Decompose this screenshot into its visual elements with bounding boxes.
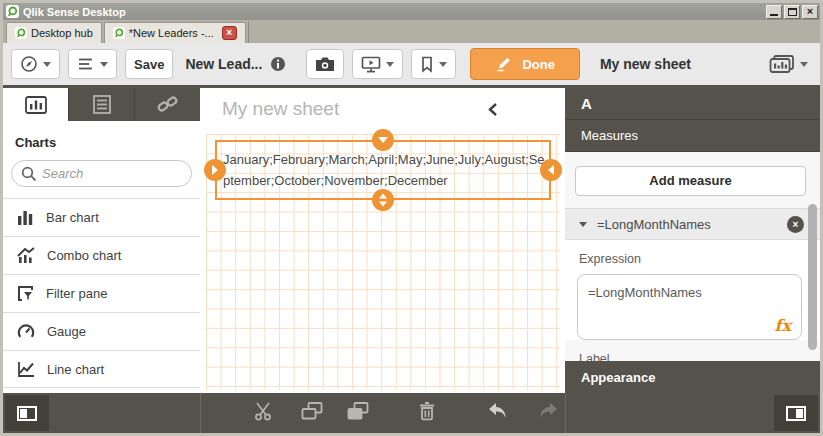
left-panel-icon [17,406,37,421]
navigation-menu-button[interactable] [11,49,60,79]
close-button[interactable]: × [802,5,818,19]
list-item-filter-pane[interactable]: Filter pane [3,274,200,312]
list-item-label: Filter pane [46,286,107,301]
chevron-down-icon[interactable] [579,222,587,227]
list-item-line-chart[interactable]: Line chart [3,350,200,388]
combo-chart-icon [17,247,35,264]
search-icon [21,166,37,182]
snapshot-camera-button[interactable] [306,49,344,79]
tab-bar: Desktop hub *New Leaders -... × [3,20,820,43]
list-item-label: Combo chart [47,248,121,263]
tab-label: Desktop hub [31,27,93,39]
arrow-right-icon [211,164,219,176]
maximize-icon [788,8,797,16]
gauge-icon [17,323,35,340]
current-sheet-name: My new sheet [600,56,691,72]
bookmark-icon [420,56,434,73]
list-item-gauge[interactable]: Gauge [3,312,200,350]
remove-measure-icon[interactable]: × [787,216,804,233]
resize-handle-bottom[interactable] [372,189,394,211]
expression-value: =LongMonthNames [588,285,702,300]
resize-handle-left[interactable] [204,159,226,181]
properties-panel: A Measures Add measure =LongMonthNames ×… [565,88,820,393]
cut-button[interactable] [253,401,273,425]
toggle-left-panel-button[interactable] [5,395,49,431]
appearance-section-header[interactable]: Appearance [565,361,820,393]
copy-button[interactable] [301,402,323,425]
line-chart-icon [17,361,35,378]
paste-button[interactable] [347,402,369,425]
compass-icon [20,55,38,73]
paste-icon [347,402,369,421]
sheet-canvas[interactable]: My new sheet January;February;March;Apri… [200,88,565,393]
tab-separator [248,22,249,43]
minimize-icon [770,14,778,16]
list-item-combo-chart[interactable]: Combo chart [3,236,200,274]
list-menu-icon [77,56,95,72]
redo-button[interactable] [537,402,559,424]
bookmarks-button[interactable] [411,49,456,79]
measure-name: =LongMonthNames [597,217,787,232]
toolbar-divider [565,393,566,433]
search-input[interactable] [42,166,172,181]
toggle-right-panel-button[interactable] [774,395,818,431]
chevron-down-icon [43,62,51,67]
tab-fields[interactable] [68,88,134,121]
main-area: Charts Bar chart Combo chart Filter pane [3,88,820,393]
presentation-icon [361,56,381,73]
tab-master-items[interactable] [134,88,200,121]
maximize-button[interactable] [784,5,800,19]
done-label: Done [522,57,555,72]
add-measure-button[interactable]: Add measure [575,166,806,196]
pencil-edit-icon [495,56,512,72]
resize-handle-top[interactable] [372,129,394,151]
sheets-stack-icon [769,54,795,74]
text-object-line1: January;February;March;April;May;June;Ju… [223,149,545,170]
main-toolbar: Save New Lead... Done My new sheet [3,43,820,88]
delete-button[interactable] [419,402,435,425]
copy-icon [301,402,323,421]
list-item-label: Line chart [47,362,104,377]
collapse-chevron-icon[interactable] [486,102,499,121]
sheet-title: My new sheet [222,98,339,120]
tab-label: *New Leaders -... [129,27,214,39]
fx-expression-editor-icon[interactable]: fx [775,316,791,335]
app-title: New Lead... [185,56,262,72]
minimize-button[interactable] [766,5,782,19]
sheet-navigator-button[interactable] [769,54,812,74]
expression-input[interactable]: =LongMonthNames fx [577,274,802,340]
arrow-left-icon [547,164,555,176]
arrow-down-icon [377,136,389,144]
qlik-logo-icon [113,27,125,39]
tab-desktop-hub[interactable]: Desktop hub [6,22,102,43]
done-button[interactable]: Done [470,48,580,80]
link-icon [157,95,178,114]
info-icon[interactable] [270,56,286,72]
right-panel-icon [786,406,806,421]
panel-scrollbar-thumb[interactable] [808,204,817,350]
camera-icon [315,56,335,72]
text-object-line2: ptember;October;November;December [223,170,545,191]
save-button[interactable]: Save [125,49,173,79]
measures-section-header[interactable]: Measures [565,120,820,152]
expression-section: Expression =LongMonthNames fx [565,240,820,340]
measure-row[interactable]: =LongMonthNames × [565,208,820,240]
qlik-logo-icon [6,5,19,18]
list-item-bar-chart[interactable]: Bar chart [3,198,200,236]
tab-charts[interactable] [3,88,68,121]
presentation-mode-button[interactable] [352,49,403,79]
trash-icon [419,402,435,421]
chevron-down-icon [100,62,108,67]
chart-search-box[interactable] [11,160,192,187]
tab-close-button[interactable]: × [222,26,237,40]
expression-label: Expression [579,252,820,266]
app-window: Qlik Sense Desktop × Desktop hub *New Le… [0,0,823,436]
app-options-menu-button[interactable] [68,49,117,79]
resize-handle-right[interactable] [540,159,562,181]
list-item-label: Gauge [47,324,86,339]
list-item-label: Bar chart [46,210,99,225]
properties-panel-title: A [565,88,820,120]
tab-new-leaders[interactable]: *New Leaders -... × [104,22,246,43]
undo-button[interactable] [487,402,509,424]
fields-list-icon [93,95,111,114]
